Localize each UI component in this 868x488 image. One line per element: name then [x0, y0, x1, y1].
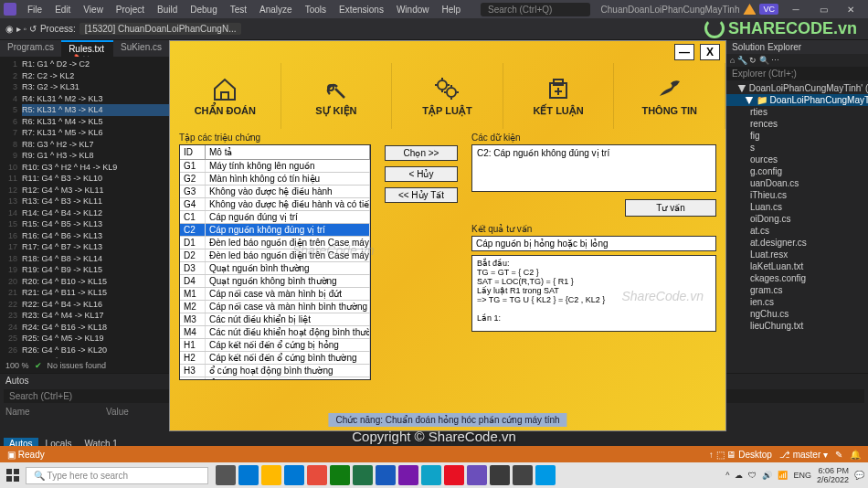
window-close[interactable]: ✕ — [837, 0, 864, 18]
symptom-row[interactable]: D4Quạt nguồn không bình thường — [180, 275, 370, 288]
taskbar-app-1[interactable] — [238, 465, 259, 485]
se-item[interactable]: fig — [726, 130, 868, 142]
se-item[interactable]: ources — [726, 154, 868, 165]
se-item[interactable]: ckages.config — [726, 272, 868, 284]
taskbar-app-3[interactable] — [284, 465, 304, 485]
taskbar-app-13[interactable] — [513, 465, 533, 485]
vs-title-bar: FileEditViewProjectBuildDebugTestAnalyze… — [0, 0, 868, 18]
symptom-row[interactable]: C2Cáp nguồn không đúng vị trí — [180, 224, 370, 237]
taskbar-app-2[interactable] — [261, 465, 281, 485]
nav-THÔNG TIN[interactable]: THÔNG TIN — [614, 63, 725, 129]
menu-window[interactable]: Window — [391, 3, 435, 16]
se-item[interactable]: laKetLuan.txt — [726, 260, 868, 272]
choose-button[interactable]: Chọn >> — [385, 145, 458, 161]
facts-box[interactable]: C2: Cáp nguồn không đúng vị trí — [471, 144, 716, 192]
nav-KẾT LUẬN[interactable]: KẾT LUẬN — [503, 63, 615, 129]
se-item[interactable]: ngChu.cs — [726, 308, 868, 320]
cancel-all-button[interactable]: << Hủy Tất — [385, 187, 458, 203]
symptom-row[interactable]: D3Quạt nguồn bình thường — [180, 262, 370, 275]
warning-icon[interactable] — [743, 4, 756, 15]
se-item[interactable]: at.cs — [726, 225, 868, 237]
nav-CHẨN ĐOÁN[interactable]: CHẨN ĐOÁN — [170, 63, 281, 129]
tab-Rules.txt[interactable]: Rules.txt 📌 ✕ — [61, 40, 113, 57]
se-item[interactable]: uanDoan.cs — [726, 177, 868, 189]
menu-extensions[interactable]: Extensions — [333, 3, 389, 16]
symptom-row[interactable]: H4ổ cứng không hoạt động — [180, 377, 370, 379]
symptoms-grid[interactable]: ID Mô tả G1Máy tính không lên nguồnG2Màn… — [179, 144, 371, 380]
diagnostic-app-window: — X CHẨN ĐOÁNSỰ KIỆNTẬP LUẬTKẾT LUẬNTHÔN… — [169, 40, 726, 431]
symptom-row[interactable]: G4Không vào được hệ điều hành và có tiế — [180, 198, 370, 211]
taskbar-app-11[interactable] — [467, 465, 487, 485]
symptom-row[interactable]: H1Cáp kết nối đến ổ cứng bị hỏng — [180, 339, 370, 352]
result-input[interactable] — [471, 236, 716, 251]
taskbar-app-0[interactable] — [216, 465, 236, 485]
taskbar-app-4[interactable] — [307, 465, 327, 485]
symptom-row[interactable]: H3ổ cứng hoạt động bình thường — [180, 365, 370, 377]
taskbar-app-10[interactable] — [444, 465, 464, 485]
taskbar-app-6[interactable] — [353, 465, 373, 485]
se-item[interactable]: oiDong.cs — [726, 213, 868, 225]
start-button[interactable] — [4, 466, 22, 484]
symptom-row[interactable]: M3Các nút điều khiển bị liệt — [180, 313, 370, 326]
code-editor[interactable]: 1234567891011121314151617181920212223242… — [0, 57, 169, 358]
menu-view[interactable]: View — [78, 3, 109, 16]
taskbar-app-9[interactable] — [421, 465, 441, 485]
symptom-row[interactable]: C1Cáp nguồn đúng vị trí — [180, 211, 370, 224]
se-item[interactable]: ien.cs — [726, 296, 868, 308]
app-minimize[interactable]: — — [674, 44, 694, 60]
symptom-row[interactable]: M1Cáp nối case và màn hình bị đứt — [180, 288, 370, 301]
tab-Program.cs[interactable]: Program.cs — [0, 40, 61, 57]
se-search[interactable]: Explorer (Ctrl+;) — [726, 67, 868, 80]
se-item[interactable]: rences — [726, 118, 868, 130]
lang-indicator[interactable]: ENG — [793, 471, 811, 480]
menu-project[interactable]: Project — [111, 3, 150, 16]
menu-tools[interactable]: Tools — [300, 3, 332, 16]
tab-SuKien.cs[interactable]: SuKien.cs — [113, 40, 169, 57]
clock[interactable]: 6:06 PM2/6/2022 — [817, 466, 849, 484]
symptom-row[interactable]: G3Không vào được hệ điều hành — [180, 186, 370, 198]
vs — [4, 3, 16, 16]
se-solution[interactable]: ⯆ DoanLoiPhanCungMayTinh' (1 of 1 projec… — [726, 82, 868, 94]
window-minimize[interactable]: ─ — [782, 0, 810, 18]
menu-help[interactable]: Help — [436, 3, 466, 16]
menu-analyze[interactable]: Analyze — [254, 3, 298, 16]
cancel-button[interactable]: < Hủy — [385, 166, 458, 182]
advise-button[interactable]: Tư vấn — [625, 199, 716, 217]
se-item[interactable]: g.config — [726, 165, 868, 177]
symptom-row[interactable]: M2Cáp nối case và màn hình bình thường — [180, 301, 370, 313]
se-item[interactable]: gram.cs — [726, 284, 868, 296]
symptom-row[interactable]: G1Máy tính không lên nguồn — [180, 160, 370, 173]
menu-edit[interactable]: Edit — [49, 3, 76, 16]
windows-taskbar: 🔍 Type here to search ^☁🛡🔊📶 ENG 6:06 PM2… — [0, 462, 868, 488]
se-item[interactable]: Luan.cs — [726, 201, 868, 213]
symptom-row[interactable]: M4Các nút điều khiển hoạt động bình thườ… — [180, 326, 370, 339]
nav-TẬP LUẬT[interactable]: TẬP LUẬT — [392, 63, 503, 129]
notifications-icon[interactable]: 💬 — [854, 471, 864, 480]
se-item[interactable]: iThieu.cs — [726, 189, 868, 201]
menu-file[interactable]: File — [22, 3, 48, 16]
process-value[interactable]: [15320] ChuanDoanLoiPhanCungN... — [79, 23, 242, 35]
se-item[interactable]: s — [726, 142, 868, 154]
col-id: ID — [180, 145, 206, 159]
se-item[interactable]: at.designer.cs — [726, 237, 868, 249]
taskbar-app-8[interactable] — [398, 465, 418, 485]
menu-test[interactable]: Test — [225, 3, 252, 16]
quick-search[interactable]: Search (Ctrl+Q) — [481, 3, 590, 16]
taskbar-app-12[interactable] — [490, 465, 510, 485]
se-header: Solution Explorer — [726, 40, 868, 54]
window-maximize[interactable]: ▭ — [810, 0, 837, 18]
se-item[interactable]: lieuChung.txt — [726, 320, 868, 332]
taskbar-app-14[interactable] — [535, 465, 556, 485]
app-close[interactable]: X — [700, 44, 720, 60]
taskbar-app-7[interactable] — [376, 465, 396, 485]
menu-debug[interactable]: Debug — [185, 3, 222, 16]
taskbar-app-5[interactable] — [330, 465, 350, 485]
taskbar-search[interactable]: 🔍 Type here to search — [26, 467, 208, 484]
se-item[interactable]: Luat.resx — [726, 249, 868, 260]
menu-build[interactable]: Build — [152, 3, 183, 16]
se-item[interactable]: rties — [726, 106, 868, 118]
symptom-row[interactable]: G2Màn hình không có tín hiệu — [180, 173, 370, 186]
nav-SỰ KIỆN[interactable]: SỰ KIỆN — [281, 63, 393, 129]
se-project[interactable]: ⯆ 📁 DoanLoiPhanCungMayTinh — [726, 94, 868, 106]
symptom-row[interactable]: H2Cáp kết nối đến ổ cứng bình thường — [180, 352, 370, 365]
